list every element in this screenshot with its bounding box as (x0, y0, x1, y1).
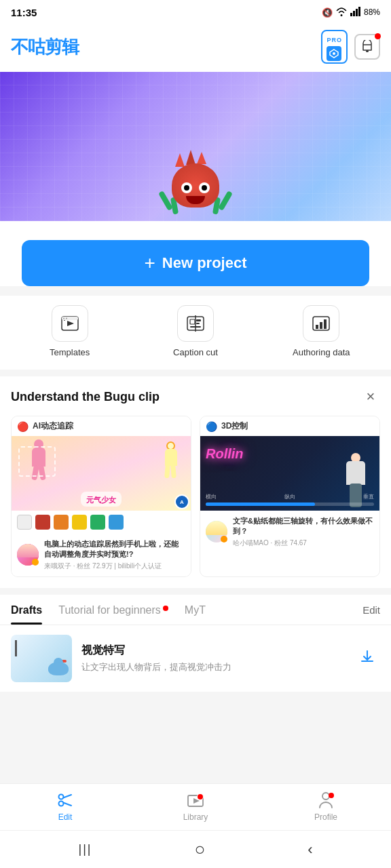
new-project-button[interactable]: + New project (22, 240, 369, 286)
color-dot-orange (54, 515, 69, 530)
svg-rect-22 (324, 319, 327, 329)
svg-rect-0 (350, 13, 352, 16)
draft-info: 视觉特写 让文字出现人物背后，提高视觉冲击力 (81, 644, 345, 673)
selection-box (18, 446, 56, 477)
tab-myt[interactable]: MyT (185, 595, 206, 625)
svg-rect-21 (320, 322, 322, 329)
svg-rect-3 (358, 7, 360, 16)
card-1-avatar (17, 544, 39, 566)
drafts-tabs: Drafts Tutorial for beginners MyT Edit (0, 595, 391, 625)
tab-tutorial[interactable]: Tutorial for beginners (58, 595, 168, 625)
templates-icon-box (52, 305, 88, 342)
bird-body (48, 662, 69, 675)
svg-point-12 (66, 318, 67, 319)
card-2-text: 文字&贴纸都能三轴旋转，有什么效果做不到？ 哈小喵MAO · 粉丝 74.67 (233, 516, 374, 548)
thumb-line (15, 640, 17, 656)
card-1-meta: 来哦双子 · 粉丝 72.9万 | bilibili个人认证 (44, 561, 185, 571)
monster-body (172, 163, 219, 208)
drafts-edit-button[interactable]: Edit (362, 595, 380, 624)
tab-tutorial-label: Tutorial for beginners (58, 604, 161, 616)
card-2-desc: 文字&贴纸都能三轴旋转，有什么效果做不到？ (233, 516, 374, 537)
svg-rect-1 (353, 11, 355, 16)
caption-icon-box (177, 305, 214, 342)
status-time: 11:35 (11, 7, 37, 18)
action-authoring-data[interactable]: Authoring data (259, 305, 384, 357)
top-bar-actions: PRO (321, 30, 380, 64)
nav-library[interactable]: Library (130, 791, 261, 822)
progress-area: 横向 纵向 垂直 (206, 493, 374, 507)
thumb-bird (41, 655, 69, 679)
new-project-section: + New project (0, 221, 391, 286)
new-project-label: New project (162, 254, 247, 272)
nav-edit[interactable]: Edit (0, 791, 130, 822)
bugu-card-2[interactable]: 🔵 3D控制 Rollin 横向 纵向 (200, 416, 380, 577)
notification-button[interactable] (354, 34, 380, 60)
monster-eye-left (181, 182, 192, 193)
tab-drafts[interactable]: Drafts (11, 595, 42, 625)
library-icon (186, 791, 205, 810)
spike-2 (186, 150, 196, 165)
nav-profile[interactable]: Profile (261, 791, 391, 822)
card-2-info: 文字&贴纸都能三轴旋转，有什么效果做不到？ 哈小喵MAO · 粉丝 74.67 (200, 511, 379, 553)
svg-rect-15 (196, 319, 201, 321)
hero-character (151, 113, 240, 221)
tab-myt-label: MyT (185, 604, 206, 616)
top-bar: 不咕剪辑 PRO (0, 24, 391, 72)
action-templates[interactable]: Templates (7, 305, 132, 357)
rollin-text: Rollin (206, 446, 244, 461)
card-1-text: 电脑上的动态追踪居然到手机上啦，还能自动调整角度并实时预览!? 来哦双子 · 粉… (44, 539, 185, 571)
bugu-card-1[interactable]: 🔴 AI动态追踪 (11, 416, 191, 577)
scissors-icon (56, 791, 75, 810)
svg-rect-6 (366, 50, 369, 52)
status-bar: 11:35 🔇 88% (0, 0, 391, 24)
tutorial-red-dot (163, 606, 168, 611)
home-bar: ||| ○ ‹ (0, 830, 391, 868)
home-bar-home[interactable]: ○ (194, 839, 205, 860)
wifi-icon (335, 7, 348, 18)
svg-rect-2 (356, 9, 358, 16)
draft-download-button[interactable] (354, 644, 380, 673)
home-bar-menu[interactable]: ||| (78, 842, 92, 856)
mute-icon: 🔇 (322, 7, 333, 18)
svg-point-31 (329, 793, 334, 798)
pro-badge-text: PRO (327, 33, 342, 45)
notification-dot (375, 33, 381, 39)
card-2-avatar (206, 521, 227, 542)
svg-rect-20 (316, 325, 318, 329)
bugu-title: Understand the Bugu clip (11, 390, 160, 404)
card-1-info: 电脑上的动态追踪居然到手机上啦，还能自动调整角度并实时预览!? 来哦双子 · 粉… (12, 534, 191, 576)
nav-profile-label: Profile (314, 812, 337, 822)
draft-desc: 让文字出现人物背后，提高视觉冲击力 (81, 661, 345, 673)
color-dot-yellow (72, 515, 87, 530)
svg-line-26 (63, 803, 71, 806)
card-2-tag-emoji: 🔵 (206, 421, 217, 432)
draft-item: 视觉特写 让文字出现人物背后，提高视觉冲击力 (0, 625, 391, 692)
svg-point-24 (59, 802, 64, 806)
caption-cut-label: Caption cut (173, 347, 218, 357)
battery-icon: 88% (364, 7, 380, 17)
bugu-close-button[interactable]: × (361, 387, 380, 406)
card-1-avatar-dot (32, 559, 39, 566)
hero-banner (0, 72, 391, 221)
spike-1 (175, 153, 185, 167)
avatar-dot: A (174, 494, 189, 509)
svg-point-11 (63, 318, 64, 319)
draft-thumbnail (11, 635, 72, 682)
spike-3 (197, 152, 206, 164)
card-1-tag-emoji: 🔴 (17, 421, 29, 432)
nav-edit-label: Edit (58, 812, 73, 822)
card-1-image: 元气少女 A (12, 436, 191, 511)
color-dot-white (17, 515, 32, 530)
pro-badge[interactable]: PRO (321, 30, 348, 64)
bugu-header: Understand the Bugu clip × (11, 387, 380, 406)
svg-rect-16 (196, 323, 200, 324)
dancer-2 (162, 441, 181, 482)
quick-actions: Templates Caption cut Authoring data (0, 296, 391, 370)
card-1-tag-label: AI动态追踪 (33, 420, 73, 432)
home-bar-back[interactable]: ‹ (308, 841, 312, 859)
card-2-image: Rollin 横向 纵向 垂直 (200, 436, 379, 511)
authoring-data-label: Authoring data (293, 347, 350, 357)
action-caption-cut[interactable]: Caption cut (132, 305, 258, 357)
bugu-section: Understand the Bugu clip × 🔴 AI动态追踪 (0, 376, 391, 588)
svg-point-5 (333, 52, 335, 55)
